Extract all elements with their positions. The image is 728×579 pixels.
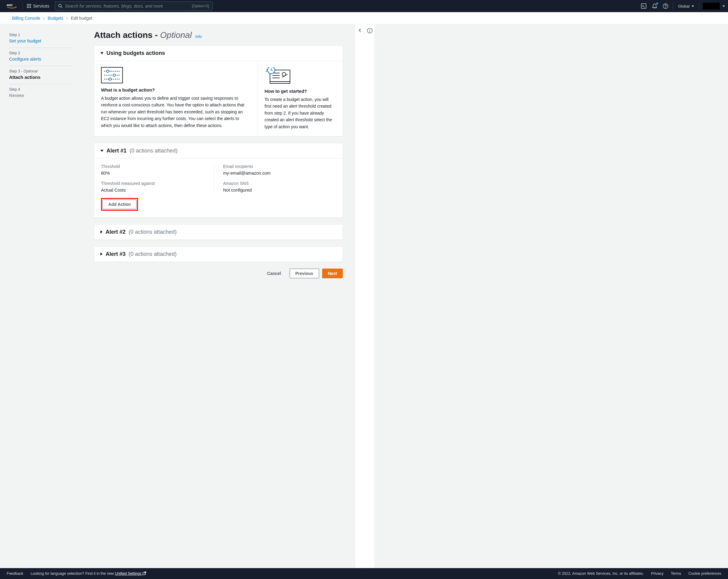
page-title: Attach actions - Optional Info [94,30,343,40]
help-icon[interactable] [660,0,671,12]
wizard-steps: Step 1 Set your budget Step 2 Configure … [0,24,82,568]
feedback-link[interactable]: Feedback [7,572,23,576]
alert-3-header[interactable]: Alert #3 (0 actions attached) [94,247,342,261]
main-content: Attach actions - Optional Info Using bud… [82,24,355,568]
add-action-highlight: Add Action [101,198,138,211]
svg-rect-2 [28,4,29,5]
crumb-current: Edit budget [71,16,92,21]
terms-link[interactable]: Terms [671,572,681,576]
top-nav: aws Services Search for services, featur… [0,0,728,12]
threshold-label: Threshold [101,164,214,169]
copyright: © 2022, Amazon Web Services, Inc. or its… [558,572,644,576]
svg-point-15 [666,7,666,8]
search-shortcut: [Option+S] [192,4,209,8]
info-panel-icon[interactable] [367,28,372,34]
unified-settings-link[interactable]: Unified Settings [115,572,146,576]
crumb-billing[interactable]: Billing Console [12,16,40,21]
account-menu[interactable] [703,3,720,9]
caret-down-icon [692,5,694,7]
email-label: Email recipients [223,164,336,169]
chevron-right-icon: › [43,16,45,21]
breadcrumb: Billing Console › Budgets › Edit budget [0,12,728,24]
alert-3-panel: Alert #3 (0 actions attached) [94,246,343,262]
step4-label: Step 4 [9,87,73,91]
chevron-right-icon: › [67,16,68,21]
step1-label: Step 1 [9,33,73,37]
alert-2-title: Alert #2 [106,229,126,235]
grid-icon [27,4,31,8]
services-label: Services [33,4,49,8]
aws-logo[interactable]: aws [7,3,17,9]
alert-3-count: (0 actions attached) [129,251,177,257]
triangle-right-icon [100,252,103,255]
triangle-down-icon [100,150,103,152]
svg-rect-24 [270,82,290,83]
alert-3-title: Alert #3 [106,251,126,257]
svg-rect-7 [27,7,28,8]
svg-rect-32 [369,30,370,32]
sliders-icon [101,67,123,83]
region-label: Global [678,4,690,8]
cookie-link[interactable]: Cookie preferences [688,572,721,576]
previous-button[interactable]: Previous [290,269,319,278]
using-actions-title: Using budgets actions [106,50,165,56]
svg-rect-4 [27,5,28,6]
step2-label: Step 2 [9,51,73,55]
alert-1-header[interactable]: Alert #1 (0 actions attached) [94,143,342,158]
what-is-heading: What is a budget action? [101,87,251,92]
notification-dot [656,2,658,4]
what-is-text: A budget action allows you to define and… [101,95,251,129]
crumb-budgets[interactable]: Budgets [48,16,63,21]
email-value: my-email@amazon.com [223,171,336,175]
svg-rect-6 [30,5,31,6]
step1-link[interactable]: Set your budget [9,38,73,43]
getstarted-icon [264,67,292,85]
how-start-heading: How to get started? [264,88,336,94]
step4-link: Review [9,93,73,98]
using-actions-header[interactable]: Using budgets actions [94,46,342,61]
privacy-link[interactable]: Privacy [651,572,664,576]
footer: Feedback Looking for language selection?… [0,568,728,579]
search-input[interactable]: Search for services, features, blogs, do… [55,1,213,10]
alert-2-count: (0 actions attached) [129,229,177,235]
alert-2-panel: Alert #2 (0 actions attached) [94,224,343,240]
next-button[interactable]: Next [322,269,343,278]
svg-text:aws: aws [7,3,12,7]
svg-point-31 [369,29,370,30]
how-start-text: To create a budget action, you will firs… [264,96,336,130]
svg-point-18 [106,70,109,73]
alert-1-count: (0 actions attached) [130,148,178,154]
cloudshell-icon[interactable] [638,0,649,12]
svg-rect-9 [30,7,31,8]
notifications-icon[interactable] [649,0,660,12]
measured-label: Threshold measured against [101,181,214,186]
step3-current: Attach actions [9,75,73,80]
search-icon [58,4,62,8]
info-link[interactable]: Info [196,34,202,39]
svg-point-22 [109,78,111,80]
cancel-button[interactable]: Cancel [262,269,287,278]
using-actions-panel: Using budgets actions What is a budget a… [94,46,343,136]
step2-link[interactable]: Configure alerts [9,56,73,61]
svg-rect-3 [30,4,31,5]
threshold-value: 80% [101,171,214,175]
caret-down-icon [723,5,725,7]
alert-1-panel: Alert #1 (0 actions attached) Threshold … [94,143,343,218]
svg-point-20 [113,74,115,76]
sns-label: Amazon SNS [223,181,336,186]
svg-rect-1 [27,4,28,5]
region-selector[interactable]: Global [675,4,697,8]
alert-2-header[interactable]: Alert #2 (0 actions attached) [94,225,342,240]
services-menu[interactable]: Services [25,4,52,8]
svg-line-11 [61,7,62,8]
triangle-down-icon [100,52,103,54]
measured-value: Actual Costs [101,188,214,193]
svg-rect-5 [28,5,29,6]
right-rail [355,24,374,568]
collapse-panel-icon[interactable] [358,28,363,34]
step3-label: Step 3 - Optional [9,69,73,73]
sns-value: Not configured [223,188,336,193]
add-action-button[interactable]: Add Action [103,199,136,209]
triangle-right-icon [100,230,103,233]
wizard-footer: Cancel Previous Next [94,269,343,278]
